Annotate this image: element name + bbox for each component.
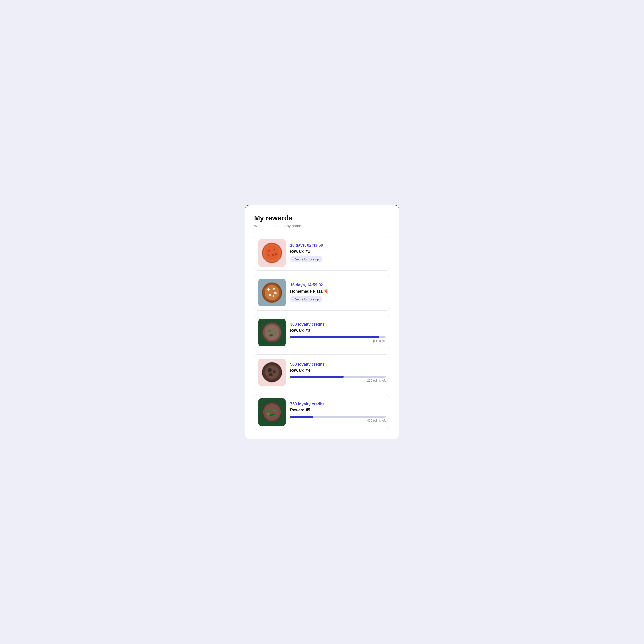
progress-bar-fill-5 <box>290 416 313 418</box>
progress-bar-fill-3 <box>290 336 379 338</box>
status-badge-1: Ready for pick up <box>290 256 322 262</box>
reward-info-2: 16 days, 14:59:02Homemade Pizza 🍕Ready f… <box>290 283 386 302</box>
reward-item-1[interactable]: 10 days, 02:43:59Reward #1Ready for pick… <box>254 235 390 271</box>
svg-point-6 <box>268 254 269 256</box>
reward-image-3 <box>258 319 286 346</box>
reward-item-2[interactable]: 16 days, 14:59:02Homemade Pizza 🍕Ready f… <box>254 275 390 311</box>
reward-item-5[interactable]: 750 loyalty creditsReward #5470 points l… <box>254 394 390 430</box>
progress-container-3: 20 points left <box>290 336 386 343</box>
svg-point-11 <box>265 285 279 300</box>
progress-container-4: 220 points left <box>290 376 386 382</box>
reward-name-5: Reward #5 <box>290 408 386 412</box>
svg-point-13 <box>273 288 275 290</box>
rewards-card: My rewards Welcome at Company name 10 da… <box>245 205 399 439</box>
reward-name-3: Reward #3 <box>290 328 386 333</box>
page-title: My rewards <box>254 214 390 222</box>
reward-credits-4: 500 loyalty credits <box>290 362 386 367</box>
reward-item-4[interactable]: 500 loyalty creditsReward #4220 points l… <box>254 354 390 390</box>
progress-bar-fill-4 <box>290 376 344 378</box>
svg-point-30 <box>269 373 273 376</box>
svg-point-15 <box>269 294 271 296</box>
svg-point-5 <box>272 254 274 256</box>
reward-timer-2: 16 days, 14:59:02 <box>290 283 386 287</box>
reward-credits-5: 750 loyalty credits <box>290 402 386 406</box>
svg-point-12 <box>267 288 270 291</box>
reward-list: 10 days, 02:43:59Reward #1Ready for pick… <box>254 235 390 430</box>
svg-point-20 <box>265 325 279 340</box>
svg-point-28 <box>268 368 272 372</box>
reward-info-3: 300 loyalty creditsReward #320 points le… <box>290 322 386 343</box>
reward-item-3[interactable]: 300 loyalty creditsReward #320 points le… <box>254 315 390 350</box>
svg-point-27 <box>265 365 279 379</box>
progress-container-5: 470 points left <box>290 416 386 422</box>
reward-info-4: 500 loyalty creditsReward #4220 points l… <box>290 362 386 382</box>
progress-bar-bg-4 <box>290 376 386 378</box>
svg-point-2 <box>265 245 279 260</box>
svg-point-34 <box>265 405 279 420</box>
svg-point-3 <box>268 250 270 252</box>
reward-image-4 <box>258 359 286 386</box>
status-badge-2: Ready for pick up <box>290 296 322 302</box>
svg-point-4 <box>274 249 275 250</box>
svg-point-16 <box>273 295 274 297</box>
reward-image-5 <box>258 398 286 426</box>
reward-name-1: Reward #1 <box>290 249 386 254</box>
progress-bar-bg-5 <box>290 416 386 418</box>
points-left-4: 220 points left <box>290 379 386 382</box>
reward-timer-1: 10 days, 02:43:59 <box>290 243 386 248</box>
points-left-5: 470 points left <box>290 419 386 422</box>
reward-name-4: Reward #4 <box>290 368 386 373</box>
page-subtitle: Welcome at Company name <box>254 224 390 228</box>
reward-image-1 <box>258 239 286 267</box>
progress-bar-bg-3 <box>290 336 386 338</box>
reward-info-5: 750 loyalty creditsReward #5470 points l… <box>290 402 386 422</box>
svg-point-7 <box>275 253 277 255</box>
svg-point-29 <box>273 370 276 373</box>
reward-credits-3: 300 loyalty credits <box>290 322 386 327</box>
reward-image-2 <box>258 279 286 306</box>
reward-name-2: Homemade Pizza 🍕 <box>290 289 386 294</box>
svg-point-14 <box>274 292 277 294</box>
points-left-3: 20 points left <box>290 339 386 343</box>
reward-info-1: 10 days, 02:43:59Reward #1Ready for pick… <box>290 243 386 262</box>
